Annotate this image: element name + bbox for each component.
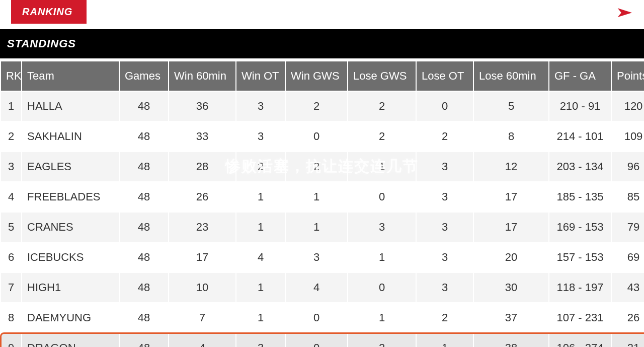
cell-rk: 3 (1, 152, 21, 181)
cell-loseot: 1 (417, 333, 473, 347)
cell-wingws: 1 (286, 213, 347, 242)
cell-win60: 26 (169, 182, 235, 212)
table-row: 9DRAGON484302138106 - 27421 (1, 333, 644, 347)
cell-wingws: 0 (286, 122, 347, 151)
cell-points: 43 (612, 273, 644, 302)
col-team: Team (22, 61, 119, 91)
table-row: 5CRANES4823113317169 - 15379 (1, 213, 644, 242)
cell-points: 120 (612, 92, 644, 121)
table-body: 1HALLA483632205210 - 911202SAKHALIN48333… (1, 92, 644, 347)
cell-loseot: 3 (417, 152, 473, 181)
header-bar: RANKING ➤ (0, 0, 644, 24)
col-points: Points (612, 61, 644, 91)
cell-points: 21 (612, 333, 644, 347)
cell-games: 48 (120, 333, 168, 347)
cell-loseot: 3 (417, 213, 473, 242)
cell-points: 69 (612, 243, 644, 272)
cell-gfga: 203 - 134 (549, 152, 611, 181)
table-row: 2SAKHALIN483330228214 - 101109 (1, 122, 644, 151)
cell-gfga: 118 - 197 (549, 273, 611, 302)
cell-games: 48 (120, 92, 168, 121)
cell-games: 48 (120, 152, 168, 181)
cell-losegws: 1 (348, 243, 416, 272)
cell-team: DAEMYUNG (22, 303, 119, 332)
table-row: 1HALLA483632205210 - 91120 (1, 92, 644, 121)
cell-winot: 3 (236, 92, 285, 121)
cell-rk: 1 (1, 92, 21, 121)
cell-loseot: 3 (417, 243, 473, 272)
cell-gfga: 210 - 91 (549, 92, 611, 121)
cell-win60: 28 (169, 152, 235, 181)
col-losegws: Lose GWS (348, 61, 416, 91)
cell-team: HALLA (22, 92, 119, 121)
cell-wingws: 3 (286, 243, 347, 272)
cell-rk: 5 (1, 213, 21, 242)
table-row: 8DAEMYUNG487101237107 - 23126 (1, 303, 644, 332)
cell-wingws: 2 (286, 152, 347, 181)
ranking-tab[interactable]: RANKING (11, 0, 87, 24)
cell-lose60: 37 (474, 303, 548, 332)
cell-points: 96 (612, 152, 644, 181)
cell-winot: 4 (236, 243, 285, 272)
cell-win60: 23 (169, 213, 235, 242)
next-arrow-icon[interactable]: ➤ (615, 4, 633, 21)
cell-gfga: 157 - 153 (549, 243, 611, 272)
cell-win60: 36 (169, 92, 235, 121)
cell-team: ICEBUCKS (22, 243, 119, 272)
cell-losegws: 1 (348, 152, 416, 181)
cell-rk: 2 (1, 122, 21, 151)
cell-wingws: 0 (286, 333, 347, 347)
cell-wingws: 1 (286, 182, 347, 212)
cell-win60: 10 (169, 273, 235, 302)
cell-wingws: 2 (286, 92, 347, 121)
table-header-row: RK Team Games Win 60min Win OT Win GWS L… (1, 61, 644, 91)
cell-gfga: 106 - 274 (549, 333, 611, 347)
table-row: 7HIGH14810140330118 - 19743 (1, 273, 644, 302)
cell-points: 79 (612, 213, 644, 242)
cell-points: 26 (612, 303, 644, 332)
cell-gfga: 214 - 101 (549, 122, 611, 151)
cell-team: CRANES (22, 213, 119, 242)
cell-winot: 1 (236, 182, 285, 212)
cell-winot: 3 (236, 122, 285, 151)
cell-games: 48 (120, 303, 168, 332)
cell-wingws: 0 (286, 303, 347, 332)
cell-team: SAKHALIN (22, 122, 119, 151)
cell-losegws: 3 (348, 213, 416, 242)
table-row: 4FREEBLADES4826110317185 - 13585 (1, 182, 644, 212)
col-rk: RK (1, 61, 21, 91)
cell-team: HIGH1 (22, 273, 119, 302)
standings-title: STANDINGS (0, 29, 644, 58)
cell-rk: 6 (1, 243, 21, 272)
cell-games: 48 (120, 273, 168, 302)
cell-lose60: 20 (474, 243, 548, 272)
cell-losegws: 2 (348, 333, 416, 347)
cell-loseot: 3 (417, 182, 473, 212)
col-lose60: Lose 60min (474, 61, 548, 91)
cell-losegws: 2 (348, 122, 416, 151)
cell-win60: 7 (169, 303, 235, 332)
cell-gfga: 169 - 153 (549, 213, 611, 242)
col-winot: Win OT (236, 61, 285, 91)
cell-lose60: 12 (474, 152, 548, 181)
cell-winot: 3 (236, 333, 285, 347)
cell-win60: 33 (169, 122, 235, 151)
cell-lose60: 30 (474, 273, 548, 302)
standings-table: RK Team Games Win 60min Win OT Win GWS L… (0, 60, 644, 347)
cell-loseot: 2 (417, 303, 473, 332)
table-row: 3EAGLES4828221312203 - 13496 (1, 152, 644, 181)
col-gfga: GF - GA (549, 61, 611, 91)
cell-losegws: 1 (348, 303, 416, 332)
cell-winot: 2 (236, 152, 285, 181)
cell-winot: 1 (236, 303, 285, 332)
col-loseot: Lose OT (417, 61, 473, 91)
cell-lose60: 38 (474, 333, 548, 347)
cell-loseot: 2 (417, 122, 473, 151)
cell-points: 109 (612, 122, 644, 151)
cell-games: 48 (120, 182, 168, 212)
cell-rk: 4 (1, 182, 21, 212)
cell-losegws: 0 (348, 182, 416, 212)
cell-team: FREEBLADES (22, 182, 119, 212)
cell-lose60: 5 (474, 92, 548, 121)
cell-rk: 9 (1, 333, 21, 347)
